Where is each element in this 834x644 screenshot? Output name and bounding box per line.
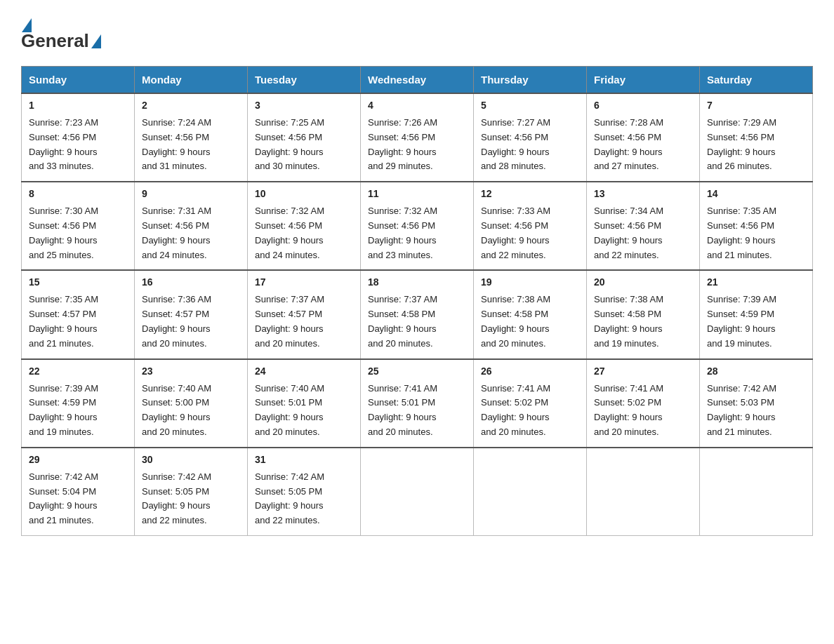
day-number: 13 [594, 187, 692, 201]
day-number: 25 [368, 364, 466, 379]
calendar-cell [700, 448, 813, 536]
day-info: Sunrise: 7:40 AM Sunset: 5:00 PM Dayligh… [142, 382, 240, 440]
calendar-cell: 18 Sunrise: 7:37 AM Sunset: 4:58 PM Dayl… [361, 270, 474, 358]
day-info: Sunrise: 7:33 AM Sunset: 4:56 PM Dayligh… [481, 204, 579, 262]
calendar-cell: 22 Sunrise: 7:39 AM Sunset: 4:59 PM Dayl… [22, 359, 135, 448]
calendar-cell: 17 Sunrise: 7:37 AM Sunset: 4:57 PM Dayl… [248, 270, 361, 358]
calendar-cell: 25 Sunrise: 7:41 AM Sunset: 5:01 PM Dayl… [361, 359, 474, 448]
day-info: Sunrise: 7:41 AM Sunset: 5:02 PM Dayligh… [481, 382, 579, 440]
day-info: Sunrise: 7:37 AM Sunset: 4:57 PM Dayligh… [255, 293, 353, 351]
calendar-table: SundayMondayTuesdayWednesdayThursdayFrid… [21, 66, 813, 536]
calendar-cell: 3 Sunrise: 7:25 AM Sunset: 4:56 PM Dayli… [248, 93, 361, 182]
calendar-cell: 27 Sunrise: 7:41 AM Sunset: 5:02 PM Dayl… [587, 359, 700, 448]
calendar-cell: 8 Sunrise: 7:30 AM Sunset: 4:56 PM Dayli… [22, 182, 135, 270]
page-header: General [21, 14, 813, 52]
day-header-monday: Monday [135, 67, 248, 94]
day-info: Sunrise: 7:35 AM Sunset: 4:56 PM Dayligh… [707, 204, 805, 262]
day-number: 6 [594, 98, 692, 113]
calendar-header-row: SundayMondayTuesdayWednesdayThursdayFrid… [22, 67, 813, 94]
day-number: 27 [594, 364, 692, 379]
day-info: Sunrise: 7:38 AM Sunset: 4:58 PM Dayligh… [594, 293, 692, 351]
day-header-sunday: Sunday [22, 67, 135, 94]
day-number: 30 [142, 452, 240, 467]
day-number: 29 [29, 452, 127, 467]
day-number: 31 [255, 452, 353, 467]
calendar-cell: 11 Sunrise: 7:32 AM Sunset: 4:56 PM Dayl… [361, 182, 474, 270]
day-number: 11 [368, 187, 466, 201]
calendar-cell: 9 Sunrise: 7:31 AM Sunset: 4:56 PM Dayli… [135, 182, 248, 270]
day-number: 17 [255, 275, 353, 290]
day-info: Sunrise: 7:31 AM Sunset: 4:56 PM Dayligh… [142, 204, 240, 262]
calendar-cell: 24 Sunrise: 7:40 AM Sunset: 5:01 PM Dayl… [248, 359, 361, 448]
day-number: 9 [142, 187, 240, 201]
day-number: 28 [707, 364, 805, 379]
day-info: Sunrise: 7:29 AM Sunset: 4:56 PM Dayligh… [707, 116, 805, 174]
day-info: Sunrise: 7:39 AM Sunset: 4:59 PM Dayligh… [29, 382, 127, 440]
calendar-week-row: 29 Sunrise: 7:42 AM Sunset: 5:04 PM Dayl… [22, 448, 813, 536]
day-number: 22 [29, 364, 127, 379]
day-info: Sunrise: 7:37 AM Sunset: 4:58 PM Dayligh… [368, 293, 466, 351]
day-number: 15 [29, 275, 127, 290]
calendar-cell: 15 Sunrise: 7:35 AM Sunset: 4:57 PM Dayl… [22, 270, 135, 358]
calendar-cell: 4 Sunrise: 7:26 AM Sunset: 4:56 PM Dayli… [361, 93, 474, 182]
calendar-week-row: 22 Sunrise: 7:39 AM Sunset: 4:59 PM Dayl… [22, 359, 813, 448]
calendar-cell: 7 Sunrise: 7:29 AM Sunset: 4:56 PM Dayli… [700, 93, 813, 182]
day-info: Sunrise: 7:24 AM Sunset: 4:56 PM Dayligh… [142, 116, 240, 174]
day-number: 5 [481, 98, 579, 113]
calendar-cell: 5 Sunrise: 7:27 AM Sunset: 4:56 PM Dayli… [474, 93, 587, 182]
day-number: 19 [481, 275, 579, 290]
day-number: 1 [29, 98, 127, 113]
day-info: Sunrise: 7:42 AM Sunset: 5:03 PM Dayligh… [707, 382, 805, 440]
day-number: 10 [255, 187, 353, 201]
calendar-cell: 29 Sunrise: 7:42 AM Sunset: 5:04 PM Dayl… [22, 448, 135, 536]
calendar-cell: 1 Sunrise: 7:23 AM Sunset: 4:56 PM Dayli… [22, 93, 135, 182]
day-number: 26 [481, 364, 579, 379]
calendar-cell: 2 Sunrise: 7:24 AM Sunset: 4:56 PM Dayli… [135, 93, 248, 182]
calendar-cell: 6 Sunrise: 7:28 AM Sunset: 4:56 PM Dayli… [587, 93, 700, 182]
day-number: 3 [255, 98, 353, 113]
calendar-cell: 26 Sunrise: 7:41 AM Sunset: 5:02 PM Dayl… [474, 359, 587, 448]
calendar-week-row: 8 Sunrise: 7:30 AM Sunset: 4:56 PM Dayli… [22, 182, 813, 270]
day-info: Sunrise: 7:41 AM Sunset: 5:02 PM Dayligh… [594, 382, 692, 440]
calendar-cell [361, 448, 474, 536]
day-number: 4 [368, 98, 466, 113]
calendar-week-row: 1 Sunrise: 7:23 AM Sunset: 4:56 PM Dayli… [22, 93, 813, 182]
day-number: 24 [255, 364, 353, 379]
day-number: 23 [142, 364, 240, 379]
day-number: 8 [29, 187, 127, 201]
calendar-cell [587, 448, 700, 536]
calendar-week-row: 15 Sunrise: 7:35 AM Sunset: 4:57 PM Dayl… [22, 270, 813, 358]
day-number: 2 [142, 98, 240, 113]
calendar-cell [474, 448, 587, 536]
day-number: 16 [142, 275, 240, 290]
day-number: 7 [707, 98, 805, 113]
day-header-thursday: Thursday [474, 67, 587, 94]
day-info: Sunrise: 7:30 AM Sunset: 4:56 PM Dayligh… [29, 204, 127, 262]
calendar-cell: 13 Sunrise: 7:34 AM Sunset: 4:56 PM Dayl… [587, 182, 700, 270]
day-number: 21 [707, 275, 805, 290]
day-info: Sunrise: 7:42 AM Sunset: 5:05 PM Dayligh… [255, 470, 353, 528]
calendar-cell: 19 Sunrise: 7:38 AM Sunset: 4:58 PM Dayl… [474, 270, 587, 358]
logo: General [21, 14, 102, 52]
day-number: 20 [594, 275, 692, 290]
calendar-cell: 12 Sunrise: 7:33 AM Sunset: 4:56 PM Dayl… [474, 182, 587, 270]
calendar-cell: 20 Sunrise: 7:38 AM Sunset: 4:58 PM Dayl… [587, 270, 700, 358]
calendar-cell: 28 Sunrise: 7:42 AM Sunset: 5:03 PM Dayl… [700, 359, 813, 448]
day-info: Sunrise: 7:41 AM Sunset: 5:01 PM Dayligh… [368, 382, 466, 440]
logo-triangle-icon2 [91, 34, 101, 48]
day-header-wednesday: Wednesday [361, 67, 474, 94]
day-number: 12 [481, 187, 579, 201]
day-info: Sunrise: 7:39 AM Sunset: 4:59 PM Dayligh… [707, 293, 805, 351]
day-info: Sunrise: 7:42 AM Sunset: 5:04 PM Dayligh… [29, 470, 127, 528]
day-header-friday: Friday [587, 67, 700, 94]
calendar-cell: 31 Sunrise: 7:42 AM Sunset: 5:05 PM Dayl… [248, 448, 361, 536]
day-info: Sunrise: 7:28 AM Sunset: 4:56 PM Dayligh… [594, 116, 692, 174]
day-info: Sunrise: 7:23 AM Sunset: 4:56 PM Dayligh… [29, 116, 127, 174]
calendar-cell: 23 Sunrise: 7:40 AM Sunset: 5:00 PM Dayl… [135, 359, 248, 448]
calendar-cell: 10 Sunrise: 7:32 AM Sunset: 4:56 PM Dayl… [248, 182, 361, 270]
day-header-tuesday: Tuesday [248, 67, 361, 94]
calendar-cell: 14 Sunrise: 7:35 AM Sunset: 4:56 PM Dayl… [700, 182, 813, 270]
calendar-cell: 21 Sunrise: 7:39 AM Sunset: 4:59 PM Dayl… [700, 270, 813, 358]
calendar-cell: 30 Sunrise: 7:42 AM Sunset: 5:05 PM Dayl… [135, 448, 248, 536]
day-header-saturday: Saturday [700, 67, 813, 94]
